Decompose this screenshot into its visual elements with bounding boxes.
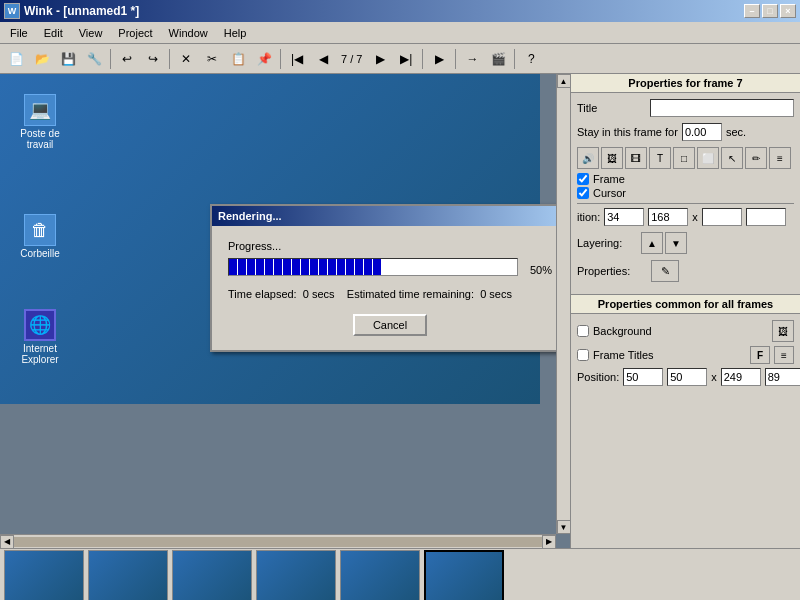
frame-4-thumb[interactable] xyxy=(172,550,252,601)
close-button[interactable]: × xyxy=(780,4,796,18)
frame-toolbar: 🔊 🖼 🎞 T □ ⬜ ↖ ✏ ≡ xyxy=(577,147,794,169)
render-button[interactable]: 🎬 xyxy=(486,47,510,71)
cursor-checkbox[interactable] xyxy=(577,187,589,199)
hscroll-track[interactable] xyxy=(14,537,542,547)
cancel-button[interactable]: Cancel xyxy=(353,314,427,336)
frame-titles-align-button[interactable]: ≡ xyxy=(774,346,794,364)
pos-y-input[interactable] xyxy=(648,208,688,226)
frame-6[interactable]: 6 xyxy=(340,550,420,601)
title-input[interactable] xyxy=(650,99,794,117)
common-pos-x[interactable] xyxy=(623,368,663,386)
frame-2-thumb[interactable] xyxy=(4,550,84,601)
recycle-icon: 🗑 xyxy=(24,214,56,246)
minimize-button[interactable]: – xyxy=(744,4,760,18)
background-image-button[interactable]: 🖼 xyxy=(772,320,794,342)
stay-input[interactable] xyxy=(682,123,722,141)
frame-3[interactable]: 3 xyxy=(88,550,168,601)
cut-button[interactable]: ✂ xyxy=(200,47,224,71)
frame-7-thumb[interactable] xyxy=(424,550,504,601)
frame-5-thumb[interactable] xyxy=(256,550,336,601)
desktop-icon-recycle[interactable]: 🗑 Corbeille xyxy=(10,214,70,259)
common-pos-h[interactable] xyxy=(765,368,800,386)
common-pos-w[interactable] xyxy=(721,368,761,386)
frame-2[interactable]: 2 xyxy=(4,550,84,601)
paste-button[interactable]: 📌 xyxy=(252,47,276,71)
maximize-button[interactable]: □ xyxy=(762,4,778,18)
canvas-vscroll[interactable]: ▲ ▼ xyxy=(556,74,570,534)
frame-5[interactable]: 5 xyxy=(256,550,336,601)
menu-view[interactable]: View xyxy=(73,25,109,41)
vscroll-up[interactable]: ▲ xyxy=(557,74,571,88)
button-tool[interactable]: ⬜ xyxy=(697,147,719,169)
last-frame-button[interactable]: ▶| xyxy=(394,47,418,71)
frame-titles-label: Frame Titles xyxy=(593,349,654,361)
save-button[interactable]: 💾 xyxy=(56,47,80,71)
first-frame-button[interactable]: |◀ xyxy=(285,47,309,71)
image-tool[interactable]: 🖼 xyxy=(601,147,623,169)
stay-unit: sec. xyxy=(726,126,746,138)
pos-h-input[interactable] xyxy=(746,208,786,226)
canvas-hscroll[interactable]: ◀ ▶ xyxy=(0,534,556,548)
frame-titles-checkbox[interactable] xyxy=(577,349,589,361)
vscroll-down[interactable]: ▼ xyxy=(557,520,571,534)
ie-icon: 🌐 xyxy=(24,309,56,341)
more-tool[interactable]: ≡ xyxy=(769,147,791,169)
delete-button[interactable]: ✕ xyxy=(174,47,198,71)
hscroll-right[interactable]: ▶ xyxy=(542,535,556,549)
properties-button[interactable]: ✎ xyxy=(651,260,679,282)
frame-titles-font-button[interactable]: F xyxy=(750,346,770,364)
frame-checkbox[interactable] xyxy=(577,173,589,185)
background-checkbox[interactable] xyxy=(577,325,589,337)
frame-properties-section: Title Stay in this frame for sec. 🔊 🖼 🎞 … xyxy=(571,93,800,294)
layer-up-button[interactable]: ▲ xyxy=(641,232,663,254)
redo-button[interactable]: ↪ xyxy=(141,47,165,71)
common-panel-title: Properties common for all frames xyxy=(571,295,800,314)
new-button[interactable]: 📄 xyxy=(4,47,28,71)
input-tool[interactable]: ✏ xyxy=(745,147,767,169)
stay-label: Stay in this frame for xyxy=(577,126,678,138)
progress-percent: 50% xyxy=(530,264,552,276)
menu-bar: File Edit View Project Window Help xyxy=(0,22,800,44)
desktop-icon-ie[interactable]: 🌐 Internet Explorer xyxy=(10,309,70,365)
cursor-tool[interactable]: ↖ xyxy=(721,147,743,169)
frame-counter: 7 / 7 xyxy=(337,53,366,65)
settings-button[interactable]: 🔧 xyxy=(82,47,106,71)
pos-w-input[interactable] xyxy=(702,208,742,226)
cursor-checkbox-label: Cursor xyxy=(593,187,626,199)
open-button[interactable]: 📂 xyxy=(30,47,54,71)
next-frame-button[interactable]: ▶ xyxy=(368,47,392,71)
copy-button[interactable]: 📋 xyxy=(226,47,250,71)
anim-tool[interactable]: 🎞 xyxy=(625,147,647,169)
undo-button[interactable]: ↩ xyxy=(115,47,139,71)
common-pos-y[interactable] xyxy=(667,368,707,386)
desktop-icon-workstation[interactable]: 💻 Poste de travail xyxy=(10,94,70,150)
hscroll-left[interactable]: ◀ xyxy=(0,535,14,549)
menu-help[interactable]: Help xyxy=(218,25,253,41)
shape-tool[interactable]: □ xyxy=(673,147,695,169)
pos-x-input[interactable] xyxy=(604,208,644,226)
help-icon-button[interactable]: ? xyxy=(519,47,543,71)
frame-3-thumb[interactable] xyxy=(88,550,168,601)
export-button[interactable]: → xyxy=(460,47,484,71)
text-tool[interactable]: T xyxy=(649,147,671,169)
menu-window[interactable]: Window xyxy=(163,25,214,41)
separator-2 xyxy=(169,49,170,69)
common-panel: Properties common for all frames Backgro… xyxy=(571,294,800,394)
layer-down-button[interactable]: ▼ xyxy=(665,232,687,254)
play-button[interactable]: ▶ xyxy=(427,47,451,71)
canvas-area: 💻 Poste de travail 🗑 Corbeille 🌐 Interne… xyxy=(0,74,570,548)
common-position-label: Position: xyxy=(577,371,619,383)
menu-edit[interactable]: Edit xyxy=(38,25,69,41)
frame-7[interactable]: 7 xyxy=(424,550,504,601)
menu-file[interactable]: File xyxy=(4,25,34,41)
prev-frame-button[interactable]: ◀ xyxy=(311,47,335,71)
frame-6-thumb[interactable] xyxy=(340,550,420,601)
app-icon: W xyxy=(4,3,20,19)
audio-tool[interactable]: 🔊 xyxy=(577,147,599,169)
frame-4[interactable]: 4 xyxy=(172,550,252,601)
menu-project[interactable]: Project xyxy=(112,25,158,41)
divider-1 xyxy=(577,203,794,204)
progress-fill xyxy=(229,259,382,275)
position-label: ition: xyxy=(577,211,600,223)
separator-6 xyxy=(514,49,515,69)
